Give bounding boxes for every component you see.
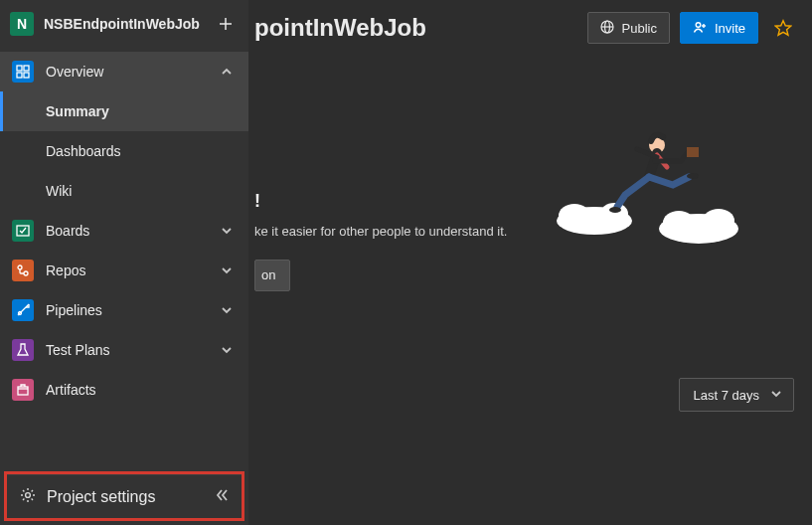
star-icon bbox=[774, 19, 792, 37]
new-project-button[interactable] bbox=[213, 11, 239, 37]
svg-rect-26 bbox=[687, 147, 699, 157]
about-action-button[interactable]: on bbox=[254, 260, 290, 291]
favorite-button[interactable] bbox=[772, 17, 794, 39]
chevron-down-icon bbox=[217, 261, 237, 280]
overview-icon bbox=[12, 61, 34, 83]
globe-icon bbox=[600, 20, 614, 37]
svg-point-24 bbox=[703, 209, 734, 233]
sidebar-subitem-wiki[interactable]: Wiki bbox=[0, 171, 248, 211]
svg-rect-3 bbox=[24, 66, 29, 71]
page-header: pointInWebJob Public Invite bbox=[248, 0, 812, 56]
project-settings-highlight: Project settings bbox=[4, 471, 244, 521]
chevron-down-icon bbox=[217, 300, 237, 320]
about-description: ke it easier for other people to underst… bbox=[254, 222, 518, 242]
sidebar-subitem-label: Dashboards bbox=[46, 143, 121, 159]
svg-point-28 bbox=[687, 173, 699, 179]
svg-point-27 bbox=[609, 207, 621, 213]
sidebar-item-pipelines[interactable]: Pipelines bbox=[0, 290, 248, 330]
sidebar-item-label: Overview bbox=[46, 64, 205, 80]
sidebar-header: N NSBEndpointInWebJob bbox=[0, 0, 248, 48]
sidebar-item-label: Project settings bbox=[47, 488, 204, 506]
svg-point-11 bbox=[26, 492, 31, 497]
sidebar-item-label: Artifacts bbox=[46, 382, 237, 398]
sidebar-subitem-summary[interactable]: Summary bbox=[0, 91, 248, 131]
svg-rect-10 bbox=[18, 387, 28, 395]
welcome-illustration bbox=[518, 72, 791, 291]
summary-about-section: ! ke it easier for other people to under… bbox=[248, 56, 812, 291]
sidebar-nav: Overview Summary Dashboards Wiki bbox=[0, 48, 248, 471]
project-name[interactable]: NSBEndpointInWebJob bbox=[44, 16, 203, 32]
sidebar-item-boards[interactable]: Boards bbox=[0, 211, 248, 251]
sidebar-subitem-label: Wiki bbox=[46, 183, 72, 199]
collapse-icon[interactable] bbox=[214, 487, 230, 507]
svg-point-8 bbox=[24, 271, 28, 275]
svg-marker-18 bbox=[775, 21, 790, 35]
svg-point-7 bbox=[18, 265, 22, 269]
add-user-icon bbox=[693, 20, 707, 37]
svg-rect-2 bbox=[17, 66, 22, 71]
invite-button[interactable]: Invite bbox=[680, 12, 758, 44]
sidebar-subitem-label: Summary bbox=[46, 103, 109, 119]
test-plans-icon bbox=[12, 339, 34, 361]
sidebar-item-test-plans[interactable]: Test Plans bbox=[0, 330, 248, 370]
visibility-label: Public bbox=[622, 21, 657, 36]
chevron-down-icon bbox=[769, 387, 783, 404]
pipelines-icon bbox=[12, 299, 34, 321]
sidebar-item-label: Test Plans bbox=[46, 342, 205, 358]
sidebar-item-repos[interactable]: Repos bbox=[0, 251, 248, 290]
sidebar-item-label: Repos bbox=[46, 262, 205, 278]
svg-rect-4 bbox=[17, 73, 22, 78]
sidebar: N NSBEndpointInWebJob Overview S bbox=[0, 0, 248, 525]
sidebar-subitem-dashboards[interactable]: Dashboards bbox=[0, 131, 248, 171]
plus-icon bbox=[218, 16, 234, 32]
sidebar-item-label: Pipelines bbox=[46, 302, 205, 318]
sidebar-item-project-settings[interactable]: Project settings bbox=[7, 474, 242, 518]
project-avatar[interactable]: N bbox=[10, 12, 34, 36]
time-range-label: Last 7 days bbox=[694, 388, 760, 403]
time-range-dropdown[interactable]: Last 7 days bbox=[679, 378, 795, 412]
about-heading: ! bbox=[254, 191, 518, 212]
sidebar-item-overview[interactable]: Overview bbox=[0, 52, 248, 91]
about-action-label: on bbox=[261, 267, 275, 282]
app-root: N NSBEndpointInWebJob Overview S bbox=[0, 0, 812, 525]
sidebar-item-artifacts[interactable]: Artifacts bbox=[0, 370, 248, 410]
boards-icon bbox=[12, 220, 34, 242]
chevron-down-icon bbox=[217, 340, 237, 360]
artifacts-icon bbox=[12, 379, 34, 401]
svg-point-23 bbox=[663, 211, 695, 235]
main-content: pointInWebJob Public Invite ! bbox=[248, 0, 812, 525]
repos-icon bbox=[12, 260, 34, 281]
about-column: ! ke it easier for other people to under… bbox=[254, 72, 518, 291]
page-title: pointInWebJob bbox=[254, 14, 426, 42]
chevron-down-icon bbox=[217, 221, 237, 241]
svg-rect-5 bbox=[24, 73, 29, 78]
invite-label: Invite bbox=[715, 21, 745, 36]
sidebar-item-label: Boards bbox=[46, 223, 205, 239]
chevron-up-icon bbox=[217, 62, 237, 82]
gear-icon bbox=[19, 486, 37, 508]
visibility-button[interactable]: Public bbox=[587, 12, 670, 44]
svg-point-20 bbox=[559, 204, 590, 228]
svg-point-15 bbox=[696, 22, 701, 27]
stats-filter-row: Last 7 days bbox=[679, 378, 795, 412]
